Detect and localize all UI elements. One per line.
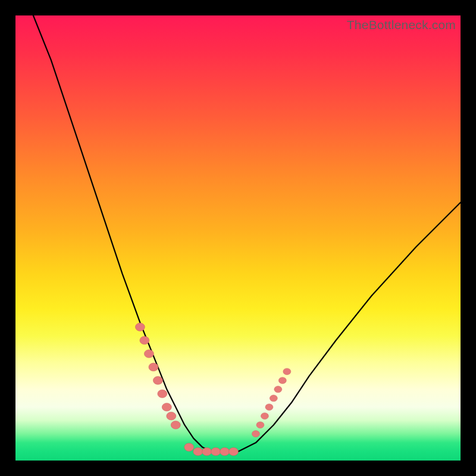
data-marker	[135, 323, 145, 331]
data-marker	[144, 350, 154, 358]
data-marker	[278, 377, 286, 384]
data-marker	[274, 386, 282, 393]
data-marker	[283, 368, 291, 375]
data-marker	[220, 447, 230, 456]
chart-plot-area: TheBottleneck.com	[15, 15, 461, 461]
data-marker	[167, 412, 176, 420]
data-marker	[162, 403, 171, 411]
data-marker	[171, 421, 180, 429]
data-marker	[149, 363, 158, 371]
data-marker	[252, 431, 259, 437]
data-marker	[261, 413, 268, 419]
data-marker	[265, 404, 273, 411]
marker-cluster-bottom	[184, 443, 239, 456]
data-marker	[229, 447, 239, 456]
data-marker	[202, 447, 212, 456]
data-marker	[193, 447, 203, 456]
data-marker	[256, 422, 264, 428]
data-marker	[153, 377, 162, 385]
data-marker	[184, 443, 194, 452]
data-marker	[158, 390, 167, 398]
data-marker	[140, 336, 149, 345]
marker-cluster-left	[135, 323, 180, 429]
bottleneck-curve	[33, 15, 461, 452]
chart-overlay-svg	[15, 15, 461, 461]
chart-frame: TheBottleneck.com	[0, 0, 476, 476]
data-marker	[211, 447, 221, 456]
data-marker	[270, 395, 277, 402]
